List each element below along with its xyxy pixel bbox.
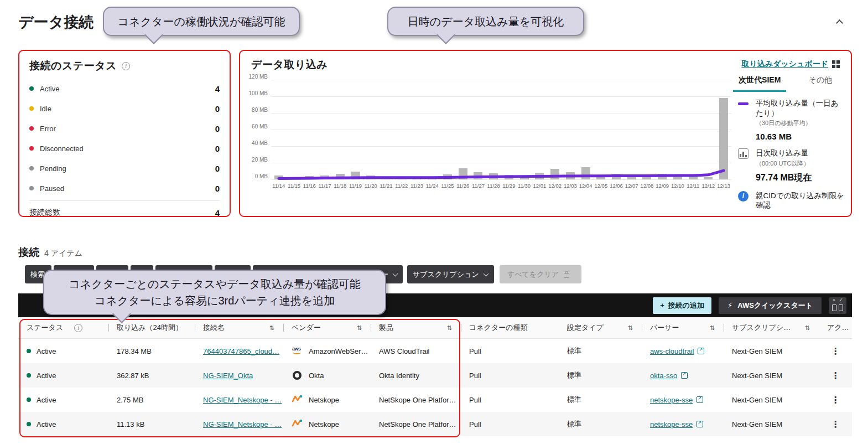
column-header-1[interactable]: ステータスi [18,317,108,338]
column-header-label: 製品 [379,323,393,333]
column-header-4[interactable]: ベンダー⇅ [283,317,371,338]
sort-icon[interactable]: ⇅ [269,324,274,332]
netskope-icon [292,394,304,405]
cell-config-type: 標準 [559,339,642,363]
sort-icon[interactable]: ⇅ [710,324,715,332]
ingestion-dashboard-link-label: 取り込みダッシュボード [741,59,828,69]
column-header-8[interactable]: パーサー⇅ [642,317,724,338]
status-row: Paused0 [29,178,220,198]
status-dot-icon [27,349,31,353]
legend-daily-ingest: 日次取り込み量 （00:00 UTC以降） 97.74 MB現在 [738,148,849,184]
kebab-menu-icon[interactable]: ⋮ [831,395,840,405]
cell-subscription: Next-Gen SIEM [724,339,819,363]
x-tick-label: 11/29 [501,183,517,189]
external-link-icon [697,421,703,427]
cell-parser: netskope-sse [642,412,724,436]
x-tick-label: 11/19 [348,183,363,189]
column-header-9[interactable]: サブスクリプシ…⇅ [724,317,819,338]
callout-ingest-text: 日時のデータ取込み量を可視化 [408,13,564,30]
bar-chart-icon [738,148,749,159]
lightning-icon: ⚡ [727,301,732,309]
kebab-menu-icon[interactable]: ⋮ [831,346,840,357]
connections-count: 4 アイテム [44,249,82,259]
ingestion-dashboard-link[interactable]: 取り込みダッシュボード [741,59,840,69]
status-dot-icon [29,146,34,151]
parser-link[interactable]: aws-cloudtrail [650,347,694,355]
column-header-label: 接続名 [203,323,225,333]
sort-icon[interactable]: ⇅ [447,324,452,332]
clear-all-button[interactable]: すべてをクリア [500,265,581,283]
column-header-6[interactable]: コネクターの種類 [461,317,559,338]
connection-name-link[interactable]: 764403747865_cloud… [203,347,279,355]
connection-name-link[interactable]: NG-SIEM_Netskope - … [203,396,282,404]
x-tick-label: 11/26 [455,183,471,189]
table-row: Active178.34 MB764403747865_cloud…awsAma… [18,339,852,363]
status-row: Error0 [29,118,220,138]
x-tick-label: 11/25 [440,183,455,189]
table-row: Active362.87 kBNG-SIEM_OktaOktaOkta Iden… [18,363,852,388]
status-list: Active4Idle0Error0Disconnected0Pending0P… [29,79,220,198]
cell-ingest: 362.87 kB [108,363,195,388]
sort-icon[interactable]: ⇅ [357,324,362,332]
cell-actions: ⋮ [819,363,852,388]
column-header-label: パーサー [650,323,679,333]
column-header-5[interactable]: 製品⇅ [371,317,461,338]
cell-vendor: awsAmazonWebSer… [283,339,371,363]
info-icon[interactable]: i [122,62,130,70]
x-tick-label: 11/28 [486,183,501,189]
cell-connector-type: Pull [461,388,559,412]
x-tick-label: 12/01 [532,183,547,189]
cell-config-type: 標準 [559,388,642,412]
daily-ingest-value: 97.74 MB現在 [756,172,812,184]
parser-link[interactable]: netskope-sse [650,396,693,404]
cell-ingest: 178.34 MB [108,339,195,363]
sort-icon[interactable]: ⇅ [805,324,810,332]
status-row: Active4 [29,79,220,99]
parser-link[interactable]: netskope-sse [650,420,693,428]
x-tick-label: 11/30 [517,183,532,189]
daily-ingest-sublabel: （00:00 UTC以降） [756,159,812,168]
x-tick-label: 12/10 [670,183,685,189]
column-header-label: 取り込み（24時間） [117,323,183,333]
info-blue-icon: i [738,191,749,202]
tab-next-gen-siem[interactable]: 次世代SIEM [733,73,786,92]
status-text: Active [37,347,56,355]
column-header-7[interactable]: 設定タイプ⇅ [559,317,642,338]
callout-status-text: コネクターの稼働状況が確認可能 [118,13,285,30]
y-tick-label: 60 MB [243,123,268,130]
x-tick-label: 11/18 [332,183,348,189]
cell-status: Active [18,339,108,363]
status-value: 0 [215,184,220,193]
y-tick-label: 20 MB [243,157,268,163]
sort-icon[interactable]: ⇅ [628,324,633,332]
kebab-menu-icon[interactable]: ⋮ [831,370,840,381]
aws-quickstart-button[interactable]: ⚡ AWSクイックスタート [719,297,822,314]
add-connection-button[interactable]: + 接続の追加 [653,297,711,314]
column-picker-button[interactable]: × ✓ [829,297,846,314]
connection-name-link[interactable]: NG-SIEM_Netskope - … [203,420,282,428]
status-dot-icon [29,126,34,131]
cell-parser: netskope-sse [642,388,724,412]
kebab-menu-icon[interactable]: ⋮ [831,419,840,430]
total-connections-value: 4 [215,208,220,218]
chevron-down-icon [483,271,488,276]
average-ingest-sublabel: （30日の移動平均） [756,119,840,127]
status-text: Active [37,420,56,428]
connection-name-link[interactable]: NG-SIEM_Okta [203,371,253,380]
info-icon[interactable]: i [74,324,82,332]
cell-actions: ⋮ [819,412,852,436]
column-header-10[interactable]: アク… [819,317,852,338]
parser-link[interactable]: okta-sso [650,371,677,380]
x-mark-icon: × [833,298,835,302]
x-tick-label: 11/15 [287,183,302,189]
status-dot-icon [29,106,34,111]
collapse-section-button[interactable] [833,14,847,29]
callout-status: コネクターの稼働状況が確認可能 [103,7,300,36]
cell-subscription: Next-Gen SIEM [724,412,819,436]
status-label: Pending [40,164,66,173]
subscription-filter-button[interactable]: サブスクリプション [407,265,494,283]
column-header-3[interactable]: 接続名⇅ [195,317,283,338]
tab-other[interactable]: その他 [803,73,838,92]
cell-vendor: Netskope [283,388,371,412]
parent-cid-note[interactable]: i 親CIDでの取り込み制限を確認 [738,191,849,210]
